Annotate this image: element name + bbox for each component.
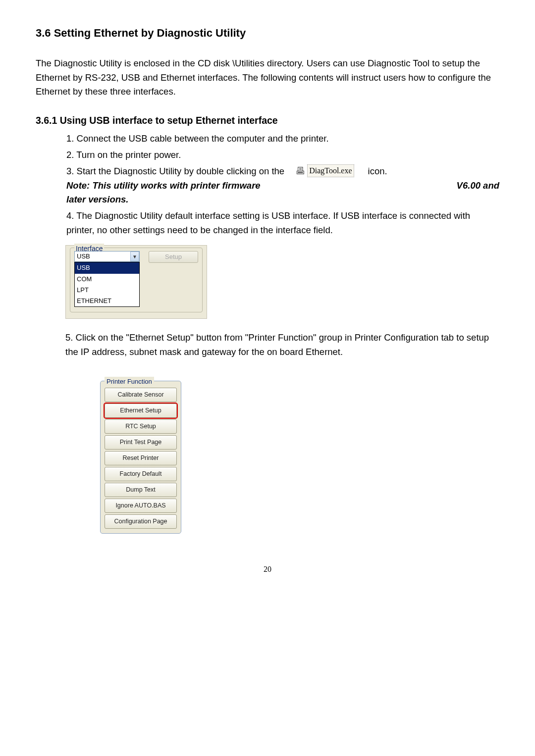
interface-panel: Interface USB ▼ USB COM LPT ETHERNET Set… [65, 245, 207, 319]
diagtool-exe-label: DiagTool.exe [307, 164, 354, 178]
step-5: 5. Click on the "Ethernet Setup" button … [65, 331, 499, 359]
diagtool-icon: 🖶 DiagTool.exe [295, 164, 354, 178]
reset-printer-button[interactable]: Reset Printer [105, 451, 177, 465]
chevron-down-icon[interactable]: ▼ [130, 252, 139, 261]
step-3-pre-text: 3. Start the Diagnostic Utility by doubl… [66, 164, 284, 179]
configuration-page-button[interactable]: Configuration Page [105, 514, 177, 529]
step-3: 3. Start the Diagnostic Utility by doubl… [66, 164, 499, 207]
factory-default-button[interactable]: Factory Default [105, 467, 177, 481]
interface-option-usb[interactable]: USB [75, 262, 139, 273]
interface-combo-list: USB COM LPT ETHERNET [74, 262, 140, 307]
calibrate-sensor-button[interactable]: Calibrate Sensor [105, 388, 177, 402]
interface-option-lpt[interactable]: LPT [75, 285, 139, 296]
section-heading: 3.6 Setting Ethernet by Diagnostic Utili… [36, 25, 499, 42]
note-continued: later versions. [66, 193, 499, 207]
step-2: 2. Turn on the printer power. [66, 148, 499, 162]
interface-combo[interactable]: USB ▼ USB COM LPT ETHERNET [74, 251, 140, 307]
interface-selected-value: USB [77, 252, 90, 261]
step-1: 1. Connect the USB cable between the com… [66, 132, 499, 146]
subsection-heading: 3.6.1 Using USB interface to setup Ether… [36, 113, 499, 128]
page-number: 20 [36, 563, 499, 576]
step-4: 4. The Diagnostic Utility default interf… [66, 209, 499, 237]
interface-option-com[interactable]: COM [75, 274, 139, 285]
note-left: Note: This utility works with printer fi… [66, 179, 261, 193]
printer-function-panel: Printer Function Calibrate Sensor Ethern… [100, 381, 499, 534]
ignore-autobas-button[interactable]: Ignore AUTO.BAS [105, 499, 177, 513]
step-list: 1. Connect the USB cable between the com… [66, 132, 499, 237]
dump-text-button[interactable]: Dump Text [105, 483, 177, 497]
interface-option-ethernet[interactable]: ETHERNET [75, 296, 139, 306]
step-3-post-text: icon. [368, 164, 387, 179]
interface-setup-button: Setup [149, 251, 198, 263]
rtc-setup-button[interactable]: RTC Setup [105, 419, 177, 434]
printer-function-legend: Printer Function [105, 377, 154, 387]
print-test-page-button[interactable]: Print Test Page [105, 435, 177, 450]
printer-icon: 🖶 [295, 166, 305, 176]
ethernet-setup-button[interactable]: Ethernet Setup [105, 403, 177, 418]
intro-paragraph: The Diagnostic Utility is enclosed in th… [36, 56, 499, 99]
note-right: V6.00 and [457, 179, 499, 193]
